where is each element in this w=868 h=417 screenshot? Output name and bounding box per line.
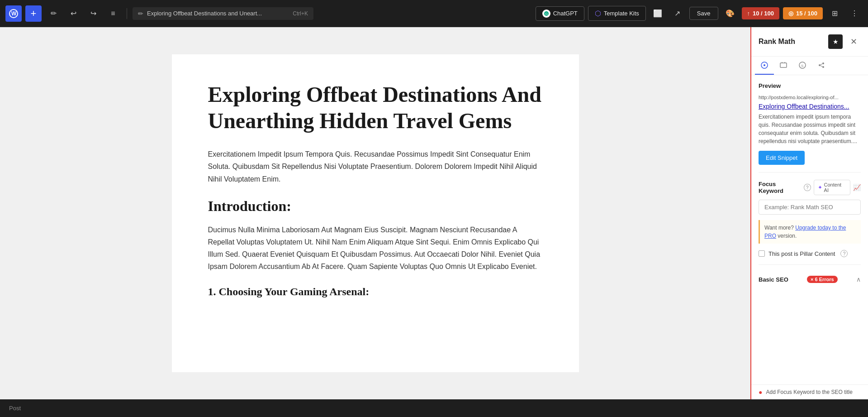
tab-advanced[interactable] [774,57,793,75]
svg-point-5 [764,64,765,66]
color-scheme-button[interactable]: 🎨 [722,5,738,22]
divider-1 [759,172,861,173]
keyboard-shortcut: Ctrl+K [293,10,308,17]
rankmath-body: Preview http://postxdemo.local/exploring… [751,75,868,384]
seo-hint-row: ● Add Focus Keyword to the SEO title [751,384,868,399]
upgrade-box: Want more? Upgrade today to the PRO vers… [759,220,861,244]
score-circle-icon: ◎ [788,10,793,17]
score-arrow-icon: ↑ [747,10,750,17]
error-badge: × 6 Errors [807,276,838,283]
focus-keyword-help-icon[interactable]: ? [804,184,811,191]
editor-area[interactable]: Exploring Offbeat Destinations And Unear… [0,27,750,399]
main-area: Exploring Offbeat Destinations And Unear… [0,27,868,399]
pillar-checkbox[interactable] [759,250,765,257]
rankmath-header: Rank Math ★ ✕ [751,27,868,57]
tab-social[interactable] [812,57,831,75]
post-heading-1: Introduction: [208,198,543,215]
tab-schema[interactable]: S [793,57,812,75]
basic-seo-label: Basic SEO [759,276,788,283]
preview-url: http://postxdemo.local/exploring-of... [759,95,861,100]
document-title: Exploring Offbeat Destinations and Unear… [147,10,289,17]
add-new-button[interactable]: + [25,5,42,22]
svg-text:S: S [801,64,803,68]
template-kits-button[interactable]: ⬡ Template Kits [588,6,646,21]
edit-snippet-button[interactable]: Edit Snippet [759,151,805,165]
layout-button[interactable]: ⊞ [826,5,843,22]
post-paragraph-2: Ducimus Nulla Minima Laboriosam Aut Magn… [208,224,543,273]
trend-icon[interactable]: 📈 [853,184,861,191]
score-1-value: 10 / 100 [753,10,774,17]
toolbar: W + ✏ ↩ ↪ ≡ ✏ Exploring Offbeat Destinat… [0,0,868,27]
template-kits-label: Template Kits [604,10,639,17]
list-view-button[interactable]: ≡ [105,5,121,22]
editor-content: Exploring Offbeat Destinations And Unear… [172,54,579,372]
save-button[interactable]: Save [689,7,718,20]
redo-button[interactable]: ↪ [85,5,101,22]
rankmath-sidebar: Rank Math ★ ✕ S Preview http://postxdemo… [750,27,868,399]
pillar-help-icon[interactable]: ? [840,250,848,257]
post-title: Exploring Offbeat Destinations And Unear… [208,81,543,134]
preview-description: Exercitationem impedit ipsum tempora qui… [759,113,861,145]
svg-text:W: W [11,10,17,17]
post-paragraph-1: Exercitationem Impedit Ipsum Tempora Qui… [208,148,543,185]
edit-mode-button[interactable]: ✏ [45,5,62,22]
template-kits-icon: ⬡ [595,9,601,18]
rankmath-tabs: S [751,57,868,75]
toolbar-divider [127,8,127,19]
pillar-label: This post is Pillar Content [768,250,835,257]
tab-general[interactable] [755,57,774,75]
preview-icon-button[interactable]: ⬜ [650,5,666,22]
document-title-area[interactable]: ✏ Exploring Offbeat Destinations and Une… [133,7,313,20]
hint-text: Add Focus Keyword to the SEO title [766,389,852,395]
content-ai-button[interactable]: ✦ Content AI [814,180,850,195]
svg-line-15 [821,66,822,67]
svg-point-13 [822,66,824,68]
post-heading-2: 1. Choosing Your Gaming Arsenal: [208,286,543,298]
footer-label: Post [9,405,21,412]
score-badge-2[interactable]: ◎ 15 / 100 [783,7,823,19]
more-options-button[interactable]: ⋮ [846,5,863,22]
focus-keyword-input[interactable] [759,200,861,215]
basic-seo-row[interactable]: Basic SEO × 6 Errors ∧ [759,272,861,287]
chatgpt-icon: G [542,10,550,18]
preview-link[interactable]: Exploring Offbeat Destinations... [759,103,861,110]
pillar-content-row: This post is Pillar Content ? [759,250,861,257]
wp-logo-icon[interactable]: W [5,5,22,22]
external-link-button[interactable]: ↗ [669,5,686,22]
score-2-value: 15 / 100 [796,10,817,17]
svg-point-11 [819,64,821,66]
svg-text:G: G [545,12,548,16]
svg-line-14 [821,64,822,65]
rankmath-title: Rank Math [759,38,825,46]
rankmath-star-button[interactable]: ★ [828,34,843,49]
hint-error-icon: ● [759,388,762,396]
focus-keyword-row: Focus Keyword ? ✦ Content AI 📈 [759,180,861,195]
svg-point-12 [822,62,824,64]
focus-keyword-label: Focus Keyword [759,181,801,194]
content-ai-label: Content AI [824,182,846,193]
pencil-icon: ✏ [138,10,143,17]
toolbar-right: G ChatGPT ⬡ Template Kits ⬜ ↗ Save 🎨 ↑ 1… [536,5,863,22]
preview-section-title: Preview [759,82,861,89]
chevron-up-icon: ∧ [856,276,861,283]
rankmath-close-button[interactable]: ✕ [846,34,861,49]
svg-rect-6 [780,63,787,67]
score-badge-1[interactable]: ↑ 10 / 100 [742,7,780,19]
content-ai-icon: ✦ [818,184,822,191]
chatgpt-button[interactable]: G ChatGPT [536,6,584,21]
upgrade-text: Want more? [764,225,794,231]
undo-button[interactable]: ↩ [65,5,81,22]
divider-2 [759,264,861,265]
editor-footer: Post [0,399,868,417]
chatgpt-label: ChatGPT [553,10,578,17]
upgrade-suffix: version. [778,233,797,239]
